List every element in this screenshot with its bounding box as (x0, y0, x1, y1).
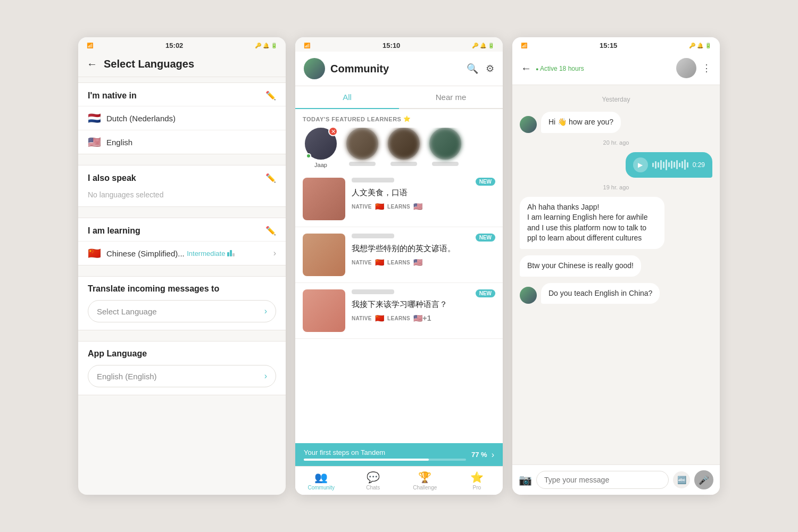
bar2 (230, 250, 232, 256)
card-title-3: 我接下来该学习哪种语言？ (352, 300, 495, 310)
nav-pro[interactable]: ⭐ Pro (451, 467, 503, 495)
community-header: Community 🔍 ⚙ (295, 52, 503, 86)
back-button[interactable]: ← (87, 58, 97, 70)
community-card-1[interactable]: NEW 人文美食，口语 NATIVE 🇨🇳 LEARNS 🇺🇸 (295, 171, 503, 227)
lang-item-english: 🇺🇸 English (78, 130, 286, 154)
native-edit-icon[interactable]: ✏️ (265, 90, 276, 101)
translate-button[interactable]: 🔤 (673, 471, 690, 488)
more-options-icon[interactable]: ⋮ (702, 62, 711, 74)
native-label-1: NATIVE (352, 204, 372, 210)
learning-left: 🇨🇳 Chinese (Simplified)... Intermediate (88, 247, 235, 260)
community-nav-label: Community (307, 485, 335, 491)
pro-nav-icon: ⭐ (470, 471, 484, 484)
time-2: 15:10 (383, 41, 400, 49)
learner-item-jaap[interactable]: ✕ Jaap (303, 128, 339, 168)
card-name-blur-3 (352, 289, 394, 296)
day-label-yesterday: Yesterday (520, 96, 712, 103)
new-badge-3: NEW (476, 289, 495, 297)
learner-avatar-4 (429, 128, 461, 160)
nav-community[interactable]: 👥 Community (295, 467, 347, 495)
chat-input[interactable] (536, 471, 669, 489)
signal-icon: 📶 (87, 43, 94, 48)
filter-icon[interactable]: ⚙ (486, 63, 494, 74)
featured-learners: ✕ Jaap (303, 128, 495, 168)
select-language-box[interactable]: Select Language › (88, 300, 276, 322)
chat-header: ← Active 18 hours ⋮ (512, 52, 720, 85)
also-speak-header: I also speak ✏️ (78, 165, 286, 188)
card-title-1: 人文美食，口语 (352, 188, 495, 198)
screen-select-languages: 📶 15:02 🔑 🔔 🔋 ← Select Languages I'm nat… (78, 37, 286, 495)
also-speak-section: I also speak ✏️ No languages selected (78, 165, 286, 207)
camera-icon[interactable]: 📷 (519, 473, 532, 486)
community-list: NEW 人文美食，口语 NATIVE 🇨🇳 LEARNS 🇺🇸 (295, 171, 503, 443)
nav-challenge[interactable]: 🏆 Challenge (399, 467, 451, 495)
learning-title: I am learning (88, 226, 140, 236)
battery-icon-2: 🔑 🔔 🔋 (472, 43, 494, 48)
tab-all[interactable]: All (295, 86, 399, 109)
native-title: I'm native in (88, 91, 137, 101)
also-speak-edit-icon[interactable]: ✏️ (265, 173, 276, 183)
signal-icon-3: 📶 (521, 43, 528, 48)
waveform (652, 160, 688, 170)
learns-flag-2: 🇺🇸 (413, 258, 422, 267)
pro-nav-label: Pro (472, 485, 481, 491)
wave-bar (660, 160, 662, 170)
learner-item-4[interactable] (427, 128, 463, 168)
close-badge: ✕ (328, 128, 338, 136)
voice-duration: 0:29 (693, 161, 705, 169)
screen-chat: 📶 15:15 🔑 🔔 🔋 ← Active 18 hours ⋮ Yester… (512, 37, 720, 495)
signal-icon-2: 📶 (304, 43, 311, 48)
learner-item-3[interactable] (386, 128, 422, 168)
wave-bar (663, 162, 664, 168)
card-name-blur-1 (352, 178, 394, 185)
app-language-value: English (English) (97, 372, 157, 381)
search-icon[interactable]: 🔍 (467, 63, 478, 74)
challenge-nav-label: Challenge (413, 485, 437, 491)
nav-chats[interactable]: 💬 Chats (347, 467, 400, 495)
chat-avatar[interactable] (676, 58, 696, 78)
app-language-section: App Language English (English) › (78, 341, 286, 395)
time-1: 15:02 (165, 41, 183, 49)
community-nav-icon: 👥 (314, 471, 328, 484)
app-language-box[interactable]: English (English) › (88, 365, 276, 387)
msg-row-voice: ▶ (520, 152, 712, 178)
chevron-right-icon: › (273, 248, 276, 258)
msg-row-chinese-good: Btw your Chinese is really good! (520, 255, 712, 277)
card-top-2: NEW (352, 234, 495, 242)
learner-item-2[interactable] (344, 128, 380, 168)
learning-section: I am learning ✏️ 🇨🇳 Chinese (Simplified)… (78, 218, 286, 265)
community-title: Community (330, 63, 467, 75)
app-language-chevron: › (264, 371, 267, 381)
dutch-name: Dutch (Nederlands) (106, 114, 176, 123)
status-bar-1: 📶 15:02 🔑 🔔 🔋 (78, 37, 286, 52)
voice-bubble[interactable]: ▶ (626, 152, 712, 178)
progress-banner[interactable]: Your first steps on Tandem 77 % › (295, 443, 503, 466)
wave-bar (652, 163, 654, 167)
learner-name-blur-3 (390, 162, 417, 166)
status-bar-3: 📶 15:15 🔑 🔔 🔋 (512, 37, 720, 52)
community-avatar (304, 58, 325, 79)
learning-item-chinese[interactable]: 🇨🇳 Chinese (Simplified)... Intermediate … (78, 241, 286, 265)
community-card-3[interactable]: NEW 我接下来该学习哪种语言？ NATIVE 🇨🇳 LEARNS 🇺🇸+1 (295, 283, 503, 339)
chat-header-right: ⋮ (676, 58, 711, 78)
learning-edit-icon[interactable]: ✏️ (265, 226, 276, 236)
wave-bar (658, 162, 659, 168)
card-name-blur-2 (352, 234, 394, 240)
card-content-2: NEW 我想学些特别的的英文谚语。 NATIVE 🇨🇳 LEARNS 🇺🇸 (352, 234, 495, 276)
chat-back-button[interactable]: ← (521, 62, 531, 74)
progress-track (304, 459, 466, 461)
card-langs-1: NATIVE 🇨🇳 LEARNS 🇺🇸 (352, 202, 495, 211)
native-label-2: NATIVE (352, 260, 372, 265)
progress-content: Your first steps on Tandem (304, 448, 466, 461)
tab-near-me[interactable]: Near me (399, 86, 503, 108)
community-card-2[interactable]: NEW 我想学些特别的的英文谚语。 NATIVE 🇨🇳 LEARNS 🇺🇸 (295, 227, 503, 283)
play-button[interactable]: ▶ (633, 157, 648, 172)
active-status: Active 18 hours (536, 65, 584, 72)
chinese-name: Chinese (Simplified)... (106, 249, 185, 258)
learns-flag-1: 🇺🇸 (413, 202, 422, 211)
english-name: English (106, 138, 132, 147)
wave-bar (681, 161, 683, 168)
no-languages-text: No languages selected (78, 188, 286, 206)
star-icon: ⭐ (403, 115, 411, 122)
mic-button[interactable]: 🎤 (694, 470, 713, 489)
